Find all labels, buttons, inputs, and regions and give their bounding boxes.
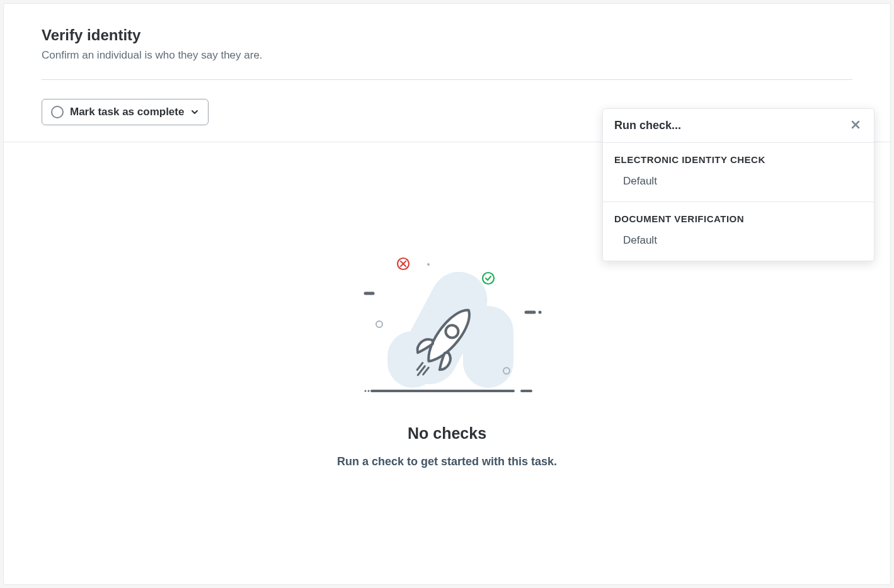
svg-point-3 (367, 390, 369, 392)
rocket-illustration (353, 256, 542, 400)
page-container: Verify identity Confirm an individual is… (3, 3, 891, 585)
radio-unchecked-icon (51, 106, 64, 118)
close-icon (850, 119, 861, 132)
svg-point-16 (483, 273, 494, 284)
empty-state-title: No checks (408, 424, 486, 443)
header-section: Verify identity Confirm an individual is… (4, 4, 890, 62)
popover-section-eid: ELECTRONIC IDENTITY CHECK Default (603, 143, 874, 202)
svg-point-8 (376, 321, 382, 327)
popover-title: Run check... (614, 119, 681, 132)
svg-rect-6 (463, 306, 513, 388)
section-label-eid: ELECTRONIC IDENTITY CHECK (603, 143, 874, 169)
empty-state-subtitle: Run a check to get started with this tas… (337, 455, 557, 468)
page-subtitle: Confirm an individual is who they say th… (42, 49, 852, 62)
svg-point-11 (538, 311, 541, 314)
mark-task-complete-button[interactable]: Mark task as complete (42, 99, 209, 125)
run-check-popover: Run check... ELECTRONIC IDENTITY CHECK D… (602, 108, 874, 261)
mark-complete-label: Mark task as complete (70, 106, 184, 118)
option-eid-default[interactable]: Default (603, 169, 874, 201)
popover-section-docver: DOCUMENT VERIFICATION Default (603, 202, 874, 261)
close-button[interactable] (849, 118, 862, 133)
option-docver-default[interactable]: Default (603, 228, 874, 261)
section-label-docver: DOCUMENT VERIFICATION (603, 202, 874, 228)
svg-point-2 (364, 390, 366, 392)
popover-header: Run check... (603, 109, 874, 143)
chevron-down-icon (190, 108, 199, 116)
page-title: Verify identity (42, 26, 852, 44)
svg-point-12 (427, 263, 430, 266)
